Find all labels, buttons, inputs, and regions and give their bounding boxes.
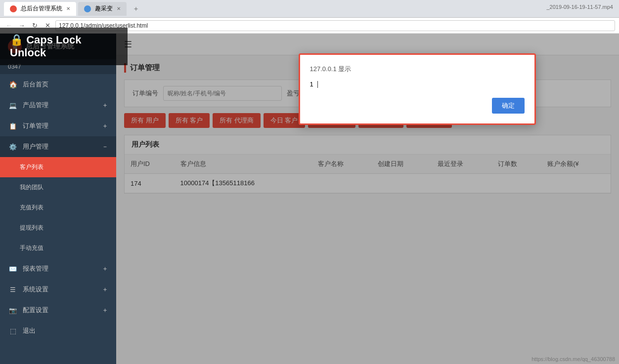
- products-arrow-icon: ＋: [102, 101, 108, 110]
- sidebar-subitem-withdraw-list[interactable]: 提现列表: [0, 218, 116, 238]
- sidebar-subitem-manual-recharge-label: 手动充值: [20, 244, 44, 252]
- orders-arrow-icon: ＋: [102, 121, 108, 130]
- sidebar-item-users[interactable]: ⚙️ 用户管理 －: [0, 136, 116, 157]
- sidebar-item-config[interactable]: 📷 配置设置 ＋: [0, 300, 116, 321]
- sidebar-item-orders-label: 订单管理: [23, 121, 48, 130]
- modal-box: 127.0.0.1 显示 1 确定: [299, 53, 536, 125]
- sidebar-subitem-my-team-label: 我的团队: [20, 183, 44, 192]
- sidebar-item-dashboard-label: 后台首页: [23, 80, 48, 89]
- logout-icon: ⬚: [8, 327, 18, 335]
- tab-admin-label: 总后台管理系统: [21, 4, 62, 13]
- sidebar-subitem-customer-list[interactable]: 客户列表: [0, 157, 116, 177]
- system-arrow-icon: ＋: [102, 285, 108, 294]
- orders-icon: 📋: [8, 122, 18, 130]
- sidebar-subitem-my-team[interactable]: 我的团队: [0, 177, 116, 198]
- reports-arrow-icon: ＋: [102, 264, 108, 273]
- browser-chrome: 总后台管理系统 ✕ 趣采变 ✕ ＋ _2019-09-16-19-11-57.m…: [0, 0, 619, 18]
- sidebar-item-dashboard[interactable]: 🏠 后台首页: [0, 74, 116, 95]
- sidebar-item-logout[interactable]: ⬚ 退出: [0, 321, 116, 341]
- settings-icon: ⚙️: [8, 143, 18, 151]
- sidebar-item-reports[interactable]: ✉️ 报表管理 ＋: [0, 258, 116, 279]
- modal-confirm-button[interactable]: 确定: [492, 98, 525, 114]
- sidebar-item-users-label: 用户管理: [23, 142, 48, 151]
- config-icon: 📷: [8, 307, 18, 314]
- modal-input-value: 1: [310, 81, 313, 88]
- email-icon: ✉️: [8, 265, 18, 273]
- sidebar: 管 总后台管理系统 0347 🏠 后台首页 💻 产品管理 ＋ 📋 订单管理 ＋: [0, 34, 116, 364]
- tab-close-qucaibian[interactable]: ✕: [117, 6, 121, 11]
- sidebar-subitem-customer-list-label: 客户列表: [20, 163, 44, 171]
- sidebar-item-products-label: 产品管理: [23, 101, 48, 110]
- monitor-icon: 💻: [8, 102, 18, 109]
- url-input[interactable]: [55, 20, 615, 31]
- sidebar-item-system-label: 系统设置: [23, 285, 48, 294]
- modal-footer: 确定: [310, 98, 525, 114]
- app-container: 管 总后台管理系统 0347 🏠 后台首页 💻 产品管理 ＋ 📋 订单管理 ＋: [0, 34, 619, 364]
- lock-icon: 🔒: [10, 34, 26, 46]
- tab-qucaibian[interactable]: 趣采变 ✕: [78, 2, 127, 16]
- config-arrow-icon: ＋: [102, 306, 108, 315]
- tab-add-btn[interactable]: ＋: [129, 2, 143, 15]
- sidebar-item-products[interactable]: 💻 产品管理 ＋: [0, 95, 116, 116]
- sidebar-subitem-recharge-list-label: 充值列表: [20, 203, 44, 212]
- users-arrow-icon: －: [102, 142, 108, 151]
- modal-input-area: 1: [310, 81, 525, 88]
- file-name: _2019-09-16-19-11-57.mp4: [546, 4, 613, 10]
- sidebar-item-system[interactable]: ☰ 系统设置 ＋: [0, 279, 116, 300]
- tab-qucaibian-label: 趣采变: [95, 4, 113, 13]
- tab-close-admin[interactable]: ✕: [66, 6, 70, 11]
- modal-header-text: 127.0.0.1 显示: [310, 65, 525, 74]
- sidebar-subitem-withdraw-list-label: 提现列表: [20, 224, 44, 232]
- sidebar-item-orders[interactable]: 📋 订单管理 ＋: [0, 116, 116, 136]
- tab-admin[interactable]: 总后台管理系统 ✕: [4, 2, 76, 16]
- sidebar-subitem-recharge-list[interactable]: 充值列表: [0, 198, 116, 218]
- system-icon: ☰: [8, 286, 18, 293]
- sidebar-item-logout-label: 退出: [23, 326, 36, 335]
- home-icon: 🏠: [8, 81, 18, 88]
- sidebar-item-reports-label: 报表管理: [23, 264, 48, 273]
- sidebar-subitem-manual-recharge[interactable]: 手动充值: [0, 238, 116, 258]
- modal-overlay: 127.0.0.1 显示 1 确定: [116, 34, 619, 364]
- sidebar-submenu-users: 客户列表 我的团队 充值列表 提现列表 手动充值: [0, 157, 116, 258]
- modal-cursor: [317, 81, 318, 88]
- sidebar-item-config-label: 配置设置: [23, 306, 48, 315]
- main-content: ☰ 订单管理 订单编号 盈亏 默认不选 搜 索: [116, 34, 619, 364]
- caps-lock-notification: 🔒 Caps Lock Unlock: [0, 28, 128, 65]
